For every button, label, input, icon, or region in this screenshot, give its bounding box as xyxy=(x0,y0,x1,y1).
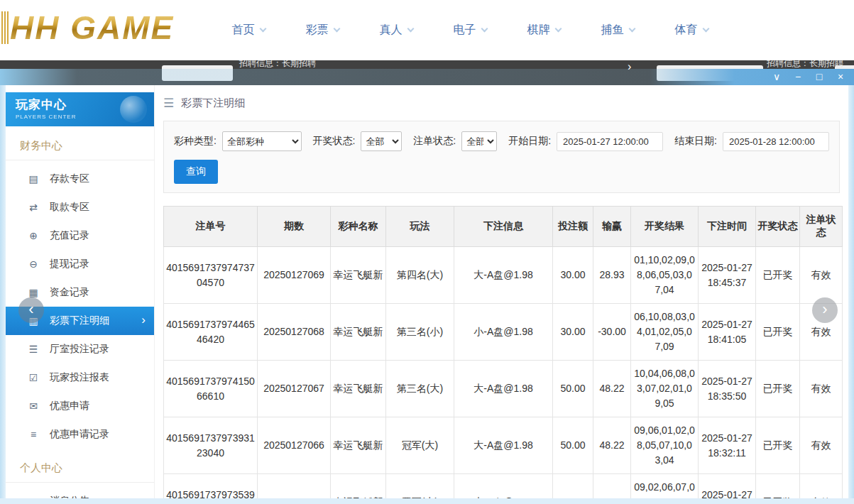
message-icon: ◉ xyxy=(27,495,40,498)
table-cell: 幸运飞艇新 xyxy=(331,361,386,417)
order-status-select[interactable]: 全部 xyxy=(461,131,497,151)
sidebar-item-label: 消息公告 xyxy=(50,495,89,498)
table-cell: 20250127068 xyxy=(258,304,331,361)
table-cell: 大-A盘@1.98 xyxy=(454,417,553,474)
window-frame-right xyxy=(848,85,854,504)
funds-record-icon: ▦ xyxy=(27,287,40,298)
table-cell: 大-A盘@1.98 xyxy=(454,247,553,304)
sidebar-item-label: 厅室投注记录 xyxy=(50,343,109,356)
table-cell: -50.00 xyxy=(593,474,631,499)
bet-detail-table-wrap: 注单号期数彩种名称玩法下注信息投注额输赢开奖结果下注时间开奖状态注单状态 401… xyxy=(163,206,840,498)
sidebar-item-recharge-record[interactable]: ⊕充值记录 xyxy=(6,221,154,250)
table-cell: 06,10,08,03,04,01,02,05,07,09 xyxy=(631,304,699,361)
table-cell: 50.00 xyxy=(553,361,593,417)
table-header-cell: 开奖结果 xyxy=(631,207,699,247)
table-cell: 401569173797446546420 xyxy=(164,304,258,361)
site-logo[interactable]: HH GAME xyxy=(10,9,174,47)
carousel-prev-icon[interactable]: ‹ xyxy=(18,297,44,323)
nav-item-label: 棋牌 xyxy=(527,23,550,38)
table-cell: 已开奖 xyxy=(756,474,800,499)
hall-bet-record-icon: ☰ xyxy=(27,344,40,355)
sidebar-item-promo-record[interactable]: ≡优惠申请记录 xyxy=(6,420,154,449)
table-cell: 48.22 xyxy=(593,417,631,474)
window-frame-bottom xyxy=(0,498,854,504)
table-row: 40156917379744654642020250127068幸运飞艇新第三名… xyxy=(164,304,843,361)
table-cell: 01,10,02,09,08,06,05,03,07,04 xyxy=(631,247,699,304)
sidebar-item-promo-apply[interactable]: ✉优惠申请 xyxy=(6,392,154,420)
table-cell: 已开奖 xyxy=(756,417,800,474)
table-cell: 有效 xyxy=(800,361,843,417)
table-cell: 大-A盘@1.98 xyxy=(454,361,553,417)
table-cell: 2025-01-27 18:25:39 xyxy=(699,474,756,499)
start-date-input[interactable] xyxy=(557,132,663,151)
breadcrumb: ☰ 彩票下注明细 xyxy=(163,85,840,121)
deposit-icon: ▤ xyxy=(27,173,40,185)
sidebar-item-message[interactable]: ◉消息公告 xyxy=(6,487,154,498)
chevron-down-icon xyxy=(628,25,635,32)
window-frame-left xyxy=(0,85,6,504)
table-row: 40156917379739312304020250127066幸运飞艇新冠军(… xyxy=(164,417,843,474)
nav-item-3[interactable]: 真人 xyxy=(359,23,433,38)
end-date-label: 结束日期: xyxy=(674,135,717,148)
window-controls: ∨−□× xyxy=(766,69,854,85)
sidebar-item-player-bet-report[interactable]: ☑玩家投注报表 xyxy=(6,363,154,392)
draw-status-label: 开奖状态: xyxy=(313,135,356,148)
sidebar-item-label: 优惠申请 xyxy=(50,400,89,412)
table-cell: 大-A盘@1.98 xyxy=(454,474,553,499)
table-cell: 冠军(大) xyxy=(386,417,454,474)
main-nav: 首页彩票真人电子棋牌捕鱼体育 xyxy=(212,0,728,60)
table-cell: 第三名(小) xyxy=(386,304,454,361)
chevron-right-icon: › xyxy=(141,313,146,327)
menu-icon[interactable]: ☰ xyxy=(163,96,174,111)
sidebar-item-label: 彩票下注明细 xyxy=(50,314,109,327)
carousel-next-icon[interactable]: › xyxy=(812,297,838,323)
table-cell: 30.00 xyxy=(553,247,593,304)
nav-item-label: 体育 xyxy=(675,23,698,38)
nav-item-2[interactable]: 彩票 xyxy=(285,23,359,38)
nav-item-label: 首页 xyxy=(232,23,255,38)
table-cell: 09,02,06,07,01,10,03,08,05,04 xyxy=(631,474,699,499)
table-header-cell: 彩种名称 xyxy=(331,207,386,247)
table-cell: 30.00 xyxy=(553,304,593,361)
sidebar-item-withdrawal-record[interactable]: ⊖提现记录 xyxy=(6,250,154,278)
window-titlebar: ∨−□× xyxy=(0,69,854,85)
end-date-input[interactable] xyxy=(723,132,829,151)
nav-item-1[interactable]: 首页 xyxy=(212,23,285,38)
page-title: 彩票下注明细 xyxy=(181,97,245,110)
players-center-header: 玩家中心 PLAYERS CENTER xyxy=(6,92,154,126)
nav-item-5[interactable]: 棋牌 xyxy=(507,23,581,38)
table-header-row: 注单号期数彩种名称玩法下注信息投注额输赢开奖结果下注时间开奖状态注单状态 xyxy=(164,207,843,247)
table-cell: 50.00 xyxy=(553,417,593,474)
gamepad-decoration-icon xyxy=(120,96,147,123)
nav-item-4[interactable]: 电子 xyxy=(433,23,507,38)
lottery-type-select[interactable]: 全部彩种 xyxy=(222,131,302,151)
sidebar-item-label: 优惠申请记录 xyxy=(50,428,109,441)
nav-item-6[interactable]: 捕鱼 xyxy=(581,23,655,38)
table-cell: 已开奖 xyxy=(756,304,800,361)
window-collapse-icon[interactable]: ∨ xyxy=(766,69,787,85)
logo-stripes-decoration xyxy=(1,11,9,44)
withdraw-icon: ⇄ xyxy=(27,202,40,213)
table-header-cell: 玩法 xyxy=(386,207,454,247)
sidebar-item-withdraw[interactable]: ⇄取款专区 xyxy=(6,193,154,221)
chevron-down-icon xyxy=(481,25,488,32)
window-minimize-icon[interactable]: − xyxy=(787,69,809,85)
table-cell: 小-A盘@1.98 xyxy=(454,304,553,361)
search-button[interactable]: 查询 xyxy=(174,160,218,184)
sidebar-item-hall-bet-record[interactable]: ☰厅室投注记录 xyxy=(6,335,154,363)
sidebar-section-heading: 个人中心 xyxy=(6,449,154,483)
sidebar-item-label: 充值记录 xyxy=(50,229,89,242)
table-cell: 2025-01-27 18:32:11 xyxy=(699,417,756,474)
window-close-icon[interactable]: × xyxy=(830,69,851,85)
draw-status-select[interactable]: 全部 xyxy=(361,131,402,151)
sidebar-item-deposit[interactable]: ▤存款专区 xyxy=(6,165,154,193)
table-header-cell: 下注信息 xyxy=(454,207,553,247)
table-cell: 2025-01-27 18:35:50 xyxy=(699,361,756,417)
recharge-record-icon: ⊕ xyxy=(27,230,40,241)
table-cell: 20250127067 xyxy=(258,361,331,417)
window-maximize-icon[interactable]: □ xyxy=(809,69,830,85)
nav-item-7[interactable]: 体育 xyxy=(655,23,728,38)
lottery-type-label: 彩种类型: xyxy=(174,135,217,148)
table-cell: 2025-01-27 18:41:05 xyxy=(699,304,756,361)
table-cell: 50.00 xyxy=(553,474,593,499)
